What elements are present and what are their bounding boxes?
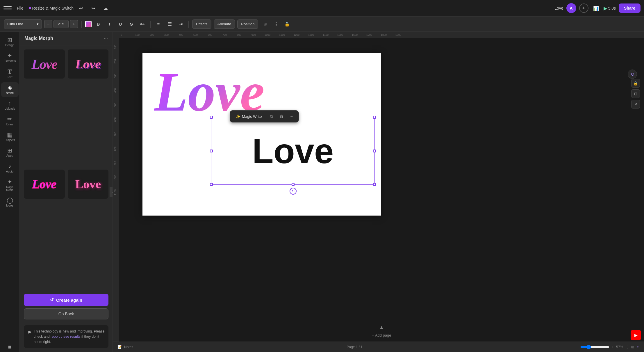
panel-actions: ↺ Create again Go Back bbox=[20, 291, 113, 322]
handle-bottom-middle[interactable] bbox=[292, 183, 295, 186]
zoom-in-button[interactable]: + bbox=[612, 345, 614, 349]
zoom-out-button[interactable]: − bbox=[576, 345, 578, 349]
create-again-button[interactable]: ↺ Create again bbox=[24, 294, 108, 306]
sidebar-label-text: Text bbox=[7, 76, 12, 79]
sidebar-item-magic-media[interactable]: ✦ Magic Media bbox=[1, 177, 19, 194]
increase-font-size-button[interactable]: + bbox=[70, 20, 78, 28]
file-menu-button[interactable]: File bbox=[15, 5, 26, 12]
avatar[interactable]: A bbox=[566, 3, 576, 13]
analytics-button[interactable]: 📊 bbox=[591, 3, 601, 13]
handle-bottom-right[interactable] bbox=[373, 183, 376, 186]
handle-top-right[interactable] bbox=[373, 116, 376, 119]
sidebar-label-apps: Apps bbox=[6, 154, 13, 157]
add-collaborator-button[interactable]: + bbox=[579, 3, 588, 13]
handle-top-left[interactable] bbox=[210, 116, 213, 119]
notes-section: 📝 Notes bbox=[117, 345, 133, 349]
main-layout: ⊞ Design ✦ Elements T Text ◈ Brand ↑ Upl… bbox=[0, 32, 644, 352]
lock-canvas-button[interactable]: 🔒 bbox=[631, 79, 640, 88]
canvas-bottom-chevron[interactable]: ▲ bbox=[379, 325, 384, 330]
floating-more-button[interactable]: ··· bbox=[287, 112, 296, 120]
hamburger-menu-icon[interactable] bbox=[3, 4, 12, 12]
expand-canvas-button[interactable]: ↗ bbox=[631, 100, 640, 109]
bold-button[interactable]: B bbox=[94, 20, 103, 29]
svg-text:1100: 1100 bbox=[279, 33, 285, 36]
panel-title: Magic Morph bbox=[24, 36, 53, 41]
sidebar-label-projects: Projects bbox=[4, 138, 15, 142]
list-button[interactable]: ☰ bbox=[165, 20, 174, 29]
floating-delete-button[interactable]: 🗑 bbox=[277, 112, 286, 120]
sidebar-item-elements[interactable]: ✦ Elements bbox=[1, 50, 19, 65]
assistant-icon[interactable]: ✦ bbox=[636, 345, 639, 349]
report-results-link[interactable]: report these results bbox=[51, 335, 81, 339]
go-back-button[interactable]: Go Back bbox=[24, 308, 108, 319]
strikethrough-button[interactable]: S bbox=[127, 20, 136, 29]
magic-write-button[interactable]: ✨ Magic Write bbox=[233, 113, 265, 120]
font-family-selector[interactable]: Lilita One ▾ bbox=[4, 19, 42, 29]
sidebar-item-bottom[interactable]: ■ bbox=[1, 342, 19, 352]
position-button[interactable]: Position bbox=[237, 19, 258, 29]
more-options-button[interactable]: ⋮ bbox=[272, 20, 280, 29]
morph-item-1[interactable]: Love bbox=[24, 49, 65, 79]
handle-bottom-left[interactable] bbox=[210, 183, 213, 186]
effects-button[interactable]: Effects bbox=[192, 19, 211, 29]
floating-copy-button[interactable]: ⧉ bbox=[267, 112, 276, 120]
selected-text-box[interactable]: Love ↻ bbox=[211, 117, 375, 185]
play-button[interactable]: ▶ 5.0s bbox=[604, 6, 616, 11]
magic-morph-panel: Magic Morph ··· Love Love Love Love ↺ Cr… bbox=[20, 32, 113, 352]
magic-media-icon: ✦ bbox=[7, 179, 12, 185]
indent-button[interactable]: ⇥ bbox=[176, 20, 185, 29]
animate-button[interactable]: Animate bbox=[214, 19, 235, 29]
sidebar-item-design[interactable]: ⊞ Design bbox=[1, 35, 19, 49]
topbar: File Resize & Magic Switch ↩ ↪ ☁ Love A … bbox=[0, 0, 644, 17]
refresh-sync-button[interactable]: ↻ bbox=[628, 70, 637, 79]
share-button[interactable]: Share bbox=[619, 3, 641, 13]
decrease-font-size-button[interactable]: − bbox=[44, 20, 52, 28]
handle-right-middle[interactable] bbox=[373, 150, 376, 152]
align-left-button[interactable]: ≡ bbox=[154, 20, 163, 29]
morph-item-3[interactable]: Love bbox=[24, 170, 65, 199]
sidebar-item-audio[interactable]: ♪ Audio bbox=[1, 161, 19, 175]
underline-button[interactable]: U bbox=[116, 20, 125, 29]
handle-left-middle[interactable] bbox=[210, 150, 213, 152]
sidebar-item-brand[interactable]: ◈ Brand bbox=[1, 82, 19, 97]
svg-text:300: 300 bbox=[114, 74, 117, 78]
toolbar-divider-3 bbox=[188, 21, 189, 28]
lock-icon[interactable]: 🔒 bbox=[283, 20, 291, 29]
page-number: Page 1 / 1 bbox=[347, 345, 363, 349]
sidebar-item-projects[interactable]: ▦ Projects bbox=[1, 129, 19, 144]
panel-more-button[interactable]: ··· bbox=[104, 36, 108, 41]
sidebar-item-text[interactable]: T Text bbox=[1, 66, 19, 81]
topbar-right: Love A + 📊 ▶ 5.0s Share bbox=[554, 3, 641, 13]
canvas-main: 100 200 300 400 500 600 700 800 900 1000… bbox=[113, 38, 644, 342]
more-zoom-options[interactable]: ⋮ bbox=[625, 345, 629, 349]
fit-canvas-button[interactable]: ⊡ bbox=[631, 89, 640, 98]
youtube-button[interactable]: ▶ bbox=[631, 330, 641, 340]
tab-resize-magic-switch[interactable]: Resize & Magic Switch bbox=[29, 6, 74, 10]
transparency-button[interactable]: ⊞ bbox=[261, 20, 269, 29]
sidebar-item-logos[interactable]: ◯ logos bbox=[1, 195, 19, 209]
sidebar-label-logos: logos bbox=[6, 204, 13, 207]
morph-item-2[interactable]: Love bbox=[68, 49, 109, 79]
italic-button[interactable]: I bbox=[105, 20, 114, 29]
font-size-input[interactable] bbox=[53, 20, 69, 28]
collapse-panel-button[interactable]: ◀ bbox=[110, 187, 113, 197]
logos-icon: ◯ bbox=[7, 197, 13, 203]
canvas-viewport[interactable]: Love Love bbox=[119, 38, 644, 342]
rotate-handle[interactable]: ↻ bbox=[290, 188, 297, 195]
undo-button[interactable]: ↩ bbox=[76, 3, 86, 13]
canvas-page[interactable]: Love Love bbox=[142, 53, 381, 216]
sidebar-item-apps[interactable]: ⊞ Apps bbox=[1, 145, 19, 160]
morph-item-4[interactable]: Love bbox=[68, 170, 109, 199]
zoom-slider[interactable] bbox=[580, 345, 609, 349]
grid-icon[interactable]: ⊞ bbox=[631, 345, 634, 349]
redo-button[interactable]: ↪ bbox=[89, 3, 98, 13]
magic-write-icon: ✨ bbox=[236, 114, 240, 119]
sidebar-item-uploads[interactable]: ↑ Uploads bbox=[1, 98, 19, 113]
zoom-level-label[interactable]: 57% bbox=[616, 345, 623, 349]
text-color-swatch[interactable] bbox=[85, 21, 92, 27]
sidebar-item-draw[interactable]: ✏ Draw bbox=[1, 114, 19, 128]
add-page-button[interactable]: + Add page bbox=[119, 330, 644, 340]
cloud-save-icon[interactable]: ☁ bbox=[101, 3, 110, 13]
case-button[interactable]: aA bbox=[138, 20, 147, 29]
notes-label[interactable]: Notes bbox=[124, 345, 133, 349]
